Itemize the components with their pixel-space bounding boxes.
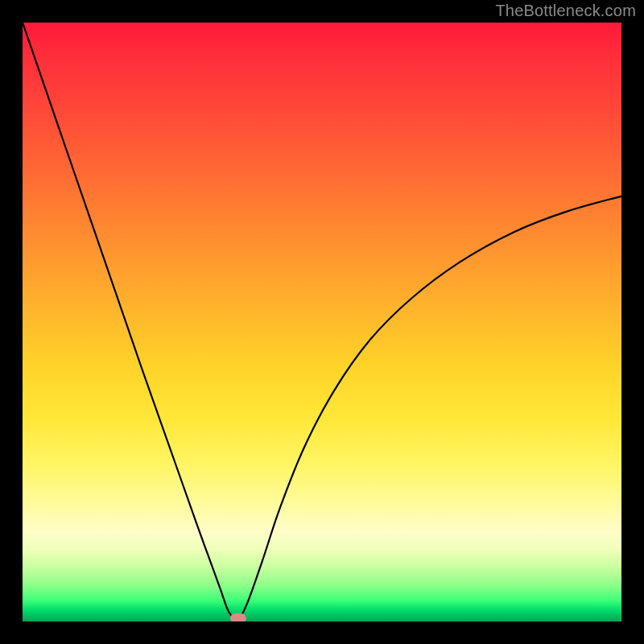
watermark-text: TheBottleneck.com (495, 2, 636, 20)
plot-area (23, 23, 621, 621)
chart-frame: TheBottleneck.com (0, 0, 644, 644)
minimum-marker (230, 613, 246, 621)
bottleneck-curve (23, 23, 621, 621)
